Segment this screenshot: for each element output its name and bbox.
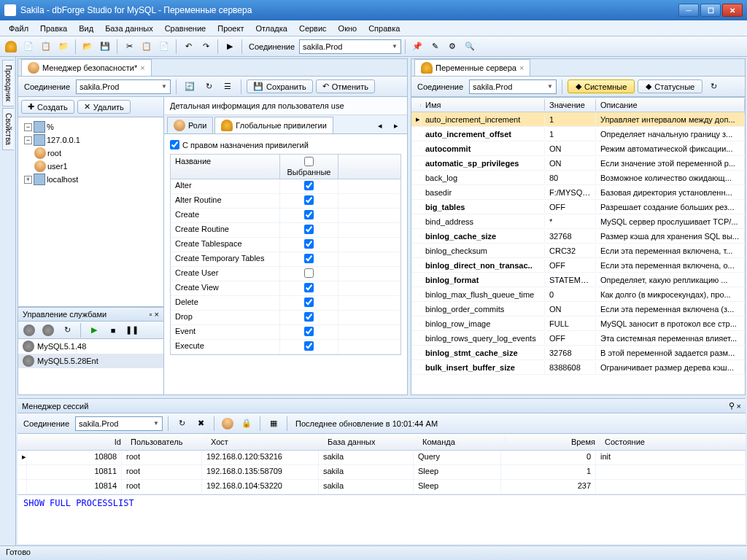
var-row[interactable]: binlog_order_commitsONЕсли эта переменна… xyxy=(411,302,745,316)
var-row[interactable]: auto_increment_offset1Определяет начальн… xyxy=(411,127,745,141)
close-button[interactable]: ✕ xyxy=(722,4,743,17)
tab-global-privileges[interactable]: Глобальные привилегии xyxy=(214,117,333,133)
save-button[interactable]: 💾 xyxy=(97,39,113,55)
sessions-connection-combo[interactable]: sakila.Prod▼ xyxy=(75,416,163,431)
variables-grid[interactable]: Имя Значение Описание ▸auto_increment_in… xyxy=(411,97,745,394)
var-row[interactable]: bind_address*MySQL сервер прослушивает T… xyxy=(411,214,745,229)
var-row[interactable]: binlog_max_flush_queue_time0Как долго (в… xyxy=(411,287,745,302)
col-cmd[interactable]: Команда xyxy=(418,436,506,448)
minimize-button[interactable]: ─ xyxy=(678,4,699,17)
execute-button[interactable]: ▶ xyxy=(222,39,238,55)
session-row[interactable]: ▸10808root192.168.0.120:53216sakilaQuery… xyxy=(18,451,746,465)
var-row[interactable]: binlog_rows_query_log_eventsOFFЭта систе… xyxy=(411,331,745,346)
sess-lock[interactable]: 🔒 xyxy=(239,416,255,432)
vars-refresh[interactable]: ↻ xyxy=(705,79,721,95)
priv-checkbox[interactable] xyxy=(304,312,314,322)
sessions-grid[interactable]: Id Пользователь Хост База данных Команда… xyxy=(18,434,746,494)
menu-database[interactable]: База данных xyxy=(99,22,159,35)
menu-edit[interactable]: Правка xyxy=(34,22,73,35)
priv-row[interactable]: Create Tablespace xyxy=(171,238,400,252)
open-button[interactable]: 📂 xyxy=(80,39,96,55)
col-host[interactable]: Хост xyxy=(206,436,323,448)
priv-checkbox[interactable] xyxy=(304,327,314,336)
sess-kill[interactable]: ✖ xyxy=(193,416,209,432)
nav-button[interactable]: ↻ xyxy=(201,79,217,95)
col-var-desc[interactable]: Описание xyxy=(596,99,745,111)
priv-row[interactable]: Alter Routine xyxy=(171,194,400,209)
new-query-button[interactable]: 📄 xyxy=(20,39,36,55)
col-db[interactable]: База данных xyxy=(323,436,418,448)
sidetab-explorer[interactable]: Проводник xyxy=(2,60,14,106)
svc-refresh[interactable]: ↻ xyxy=(59,322,75,338)
var-row[interactable]: ▸auto_increment_increment1Управляет инте… xyxy=(411,112,745,127)
redo-button[interactable]: ↷ xyxy=(198,39,214,55)
priv-row[interactable]: Create User xyxy=(171,267,400,281)
priv-row[interactable]: Execute xyxy=(171,340,400,354)
session-row[interactable]: 10811root192.168.0.135:58709sakilaSleep1 xyxy=(18,465,746,480)
var-row[interactable]: binlog_cache_size32768Размер кэша для хр… xyxy=(411,229,745,244)
sess-user[interactable] xyxy=(220,416,236,432)
paste-button[interactable]: 📄 xyxy=(156,39,172,55)
close-tab-icon[interactable]: × xyxy=(140,63,144,72)
menu-debug[interactable]: Отладка xyxy=(249,22,293,35)
menu-project[interactable]: Проект xyxy=(212,22,249,35)
priv-row[interactable]: Create Temporary Tables xyxy=(171,252,400,267)
priv-row[interactable]: Create Routine xyxy=(171,223,400,238)
new-item-button[interactable]: 📋 xyxy=(38,39,54,55)
session-row[interactable]: 10814root192.168.0.104:53220sakilaSleep2… xyxy=(18,480,746,494)
tab-security-manager[interactable]: Менеджер безопасности* × xyxy=(21,59,152,76)
svc-btn1[interactable] xyxy=(21,322,37,338)
tabs-nav-left[interactable]: ◂ xyxy=(372,117,388,133)
svc-pause[interactable]: ❚❚ xyxy=(124,322,140,338)
priv-checkbox[interactable] xyxy=(304,341,314,351)
copy-button[interactable]: 📋 xyxy=(139,39,155,55)
options-button[interactable]: ⚙ xyxy=(444,39,460,55)
col-user[interactable]: Пользователь xyxy=(126,436,206,448)
expand-icon[interactable]: − xyxy=(24,136,32,144)
var-row[interactable]: binlog_row_imageFULLMySQL заносит в прот… xyxy=(411,316,745,331)
var-row[interactable]: binlog_direct_non_transac..OFFЕсли эта п… xyxy=(411,258,745,273)
var-row[interactable]: binlog_formatSTATEMENTОпределяет, какую … xyxy=(411,273,745,287)
priv-row[interactable]: Drop xyxy=(171,311,400,325)
var-row[interactable]: automatic_sp_privilegesONЕсли значение э… xyxy=(411,156,745,171)
refresh-button[interactable]: 🔄 xyxy=(182,79,198,95)
svc-stop[interactable]: ■ xyxy=(105,322,121,338)
cancel-security-button[interactable]: ↶ Отменить xyxy=(316,79,375,93)
undo-button[interactable]: ↶ xyxy=(180,39,196,55)
col-time[interactable]: Время xyxy=(506,436,600,448)
grant-checkbox[interactable] xyxy=(170,140,179,149)
cut-button[interactable]: ✂ xyxy=(121,39,137,55)
var-row[interactable]: autocommitONРежим автоматической фиксаци… xyxy=(411,141,745,156)
search-button[interactable]: 🔍 xyxy=(462,39,478,55)
status-toggle[interactable]: ◆ Статусные xyxy=(638,79,703,93)
priv-checkbox[interactable] xyxy=(304,254,314,263)
pin-icon[interactable]: ⚲ xyxy=(729,401,735,411)
save-security-button[interactable]: 💾 Сохранить xyxy=(247,79,313,93)
pin-button[interactable]: 📌 xyxy=(409,39,425,55)
sidetab-properties[interactable]: Свойства xyxy=(2,108,14,150)
var-row[interactable]: bulk_insert_buffer_size8388608Ограничива… xyxy=(411,360,745,375)
sess-grid[interactable]: ▦ xyxy=(266,416,282,432)
priv-row[interactable]: Create xyxy=(171,209,400,223)
security-connection-combo[interactable]: sakila.Prod▼ xyxy=(76,79,171,94)
menu-file[interactable]: Файл xyxy=(3,22,34,35)
priv-row[interactable]: Event xyxy=(171,325,400,340)
col-var-value[interactable]: Значение xyxy=(545,99,596,111)
close-icon[interactable]: × xyxy=(737,402,741,411)
expand-icon[interactable]: + xyxy=(24,176,32,184)
system-toggle[interactable]: ◆ Системные xyxy=(568,79,635,93)
priv-checkbox[interactable] xyxy=(304,195,314,205)
list-button[interactable]: ☰ xyxy=(220,79,236,95)
col-state[interactable]: Состояние xyxy=(600,436,741,448)
var-row[interactable]: binlog_stmt_cache_size32768В этой переме… xyxy=(411,346,745,360)
svc-play[interactable]: ▶ xyxy=(86,322,102,338)
var-row[interactable]: back_log80Возможное количество ожидающ..… xyxy=(411,171,745,185)
col-var-name[interactable]: Имя xyxy=(421,99,545,111)
priv-checkbox[interactable] xyxy=(304,181,314,190)
delete-button[interactable]: ✕ Удалить xyxy=(77,100,131,114)
tab-server-variables[interactable]: Переменные сервера × xyxy=(414,59,530,76)
tabs-nav-right[interactable]: ▸ xyxy=(388,117,404,133)
users-tree[interactable]: −% −127.0.0.1 root user1 +localhost xyxy=(18,117,163,307)
close-icon[interactable]: × xyxy=(155,310,159,319)
menu-window[interactable]: Окно xyxy=(333,22,363,35)
